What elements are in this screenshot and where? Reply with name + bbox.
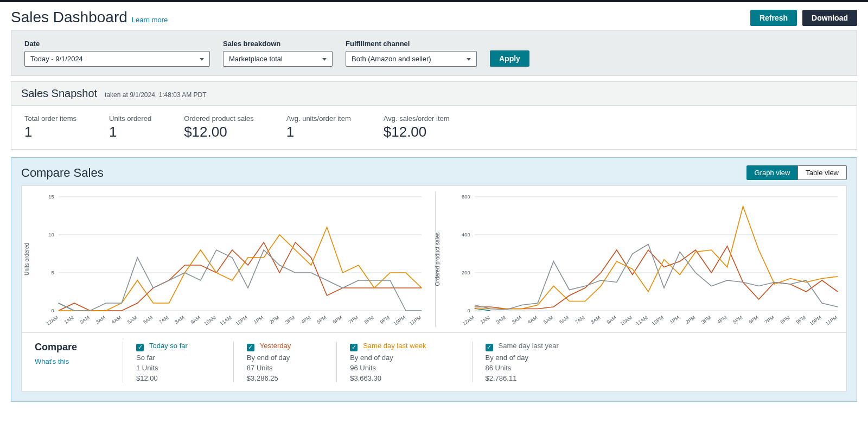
metric: Units ordered1 [109, 114, 151, 140]
compare-heading: Compare [35, 342, 77, 353]
series-sales: $3,663.30 [350, 374, 426, 382]
snapshot-title: Sales Snapshot [21, 87, 97, 100]
compare-sales-panel: Compare Sales Graph view Table view Unit… [11, 157, 857, 402]
download-button[interactable]: Download [802, 10, 857, 26]
metric: Total order items1 [24, 114, 76, 140]
svg-text:9AM: 9AM [605, 315, 617, 325]
metric-label: Avg. units/order item [286, 114, 351, 123]
svg-text:2PM: 2PM [269, 315, 280, 325]
svg-text:7PM: 7PM [348, 315, 359, 325]
snapshot-timestamp: taken at 9/1/2024, 1:48:03 AM PDT [105, 91, 206, 99]
y-axis-label: Units ordered [24, 243, 30, 275]
svg-text:600: 600 [462, 194, 470, 200]
svg-text:9AM: 9AM [189, 315, 201, 325]
svg-text:3AM: 3AM [95, 315, 106, 325]
svg-text:3PM: 3PM [284, 315, 296, 325]
series-sub: By end of day [247, 354, 291, 362]
svg-text:8AM: 8AM [590, 315, 601, 325]
svg-text:11AM: 11AM [219, 315, 233, 327]
svg-text:9PM: 9PM [795, 315, 806, 325]
metric-value: 1 [109, 124, 151, 140]
page-title: Sales Dashboard Learn more [11, 9, 168, 26]
sales-snapshot-panel: Sales Snapshot taken at 9/1/2024, 1:48:0… [11, 81, 857, 150]
svg-text:1AM: 1AM [63, 315, 75, 325]
metric-value: 1 [24, 124, 76, 140]
series-units: 87 Units [247, 364, 291, 372]
table-view-button[interactable]: Table view [797, 165, 847, 180]
svg-text:5AM: 5AM [126, 315, 138, 325]
svg-text:5PM: 5PM [732, 315, 743, 325]
checkbox-icon[interactable]: ✓ [350, 344, 358, 351]
metric-label: Avg. sales/order item [384, 114, 450, 123]
svg-text:1AM: 1AM [479, 315, 490, 325]
graph-view-button[interactable]: Graph view [746, 165, 799, 180]
svg-text:8AM: 8AM [174, 315, 185, 325]
svg-text:15: 15 [48, 194, 54, 200]
svg-text:6PM: 6PM [331, 315, 343, 325]
svg-text:6AM: 6AM [558, 315, 570, 325]
svg-text:1PM: 1PM [253, 315, 264, 325]
series-sales: $2,786.11 [486, 374, 559, 382]
compare-series-yest: ✓YesterdayBy end of day87 Units$3,286.25 [233, 342, 304, 382]
svg-text:5AM: 5AM [542, 315, 554, 325]
svg-text:4PM: 4PM [300, 315, 311, 325]
compare-label-col: CompareWhat's this [35, 342, 90, 382]
svg-text:10: 10 [48, 232, 54, 237]
metric: Avg. units/order item1 [286, 114, 351, 140]
svg-text:4PM: 4PM [716, 315, 727, 325]
series-sub: So far [136, 354, 188, 362]
svg-text:5PM: 5PM [316, 315, 327, 325]
refresh-button[interactable]: Refresh [750, 10, 797, 26]
svg-text:5: 5 [51, 270, 54, 275]
checkbox-icon[interactable]: ✓ [486, 344, 493, 351]
svg-text:1PM: 1PM [668, 315, 680, 325]
metric-label: Ordered product sales [184, 114, 254, 123]
checkbox-icon[interactable]: ✓ [136, 344, 144, 351]
whats-this-link[interactable]: What's this [35, 357, 77, 365]
compare-title: Compare Sales [21, 166, 104, 180]
sales-chart: Ordered product sales020040060012AM1AM2A… [435, 191, 844, 327]
metric-label: Total order items [24, 114, 76, 123]
channel-label: Fulfillment channel [346, 40, 477, 48]
svg-text:2AM: 2AM [495, 315, 506, 325]
metric-value: 1 [286, 124, 351, 140]
apply-button[interactable]: Apply [490, 50, 529, 67]
learn-more-link[interactable]: Learn more [132, 16, 168, 24]
svg-text:11AM: 11AM [635, 315, 649, 327]
svg-text:10AM: 10AM [203, 315, 217, 327]
breakdown-select[interactable]: Marketplace total [223, 51, 333, 67]
svg-text:12AM: 12AM [461, 315, 475, 327]
svg-text:3PM: 3PM [700, 315, 712, 325]
series-name: Same day last year [499, 342, 559, 350]
svg-text:0: 0 [51, 308, 54, 313]
metric: Avg. sales/order item$12.00 [384, 114, 450, 140]
svg-text:12PM: 12PM [650, 315, 665, 327]
svg-text:8PM: 8PM [363, 315, 375, 325]
compare-series-today: ✓Today so farSo far1 Units$12.00 [123, 342, 201, 382]
svg-text:6PM: 6PM [748, 315, 759, 325]
metric: Ordered product sales$12.00 [184, 114, 254, 140]
svg-text:4AM: 4AM [111, 315, 122, 325]
metric-label: Units ordered [109, 114, 151, 123]
series-name: Same day last week [363, 342, 426, 350]
metric-value: $12.00 [384, 124, 450, 140]
series-units: 86 Units [486, 364, 559, 372]
svg-text:8PM: 8PM [779, 315, 790, 325]
checkbox-icon[interactable]: ✓ [247, 344, 254, 351]
series-sub: By end of day [486, 354, 559, 362]
svg-text:2PM: 2PM [685, 315, 696, 325]
series-units: 96 Units [350, 364, 426, 372]
svg-text:4AM: 4AM [526, 315, 538, 325]
svg-text:12AM: 12AM [45, 315, 59, 327]
svg-text:6AM: 6AM [142, 315, 154, 325]
svg-text:10PM: 10PM [808, 315, 822, 327]
svg-text:10AM: 10AM [619, 315, 633, 327]
svg-text:7AM: 7AM [158, 315, 169, 325]
compare-series-lastweek: ✓Same day last weekBy end of day96 Units… [336, 342, 439, 382]
channel-select[interactable]: Both (Amazon and seller) [346, 51, 477, 67]
series-name: Today so far [149, 342, 188, 350]
svg-text:11PM: 11PM [824, 315, 838, 327]
compare-series-lastyear: ✓Same day last yearBy end of day86 Units… [472, 342, 572, 382]
svg-text:0: 0 [467, 308, 470, 313]
date-select[interactable]: Today - 9/1/2024 [24, 51, 210, 67]
